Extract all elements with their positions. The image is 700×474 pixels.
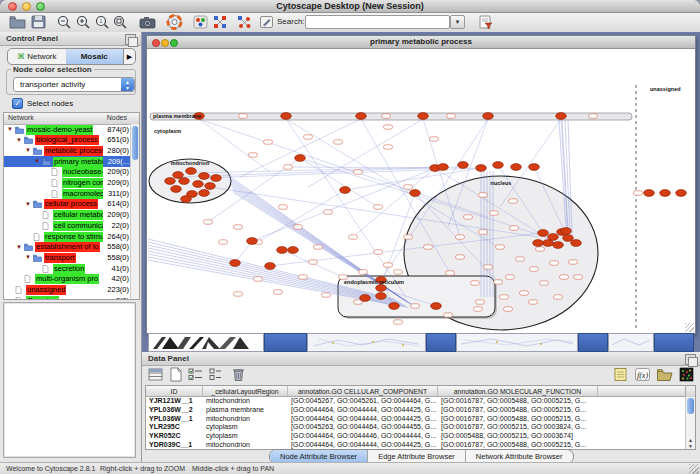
small-node[interactable] xyxy=(394,320,403,324)
small-node[interactable] xyxy=(569,260,578,264)
node[interactable] xyxy=(356,113,367,120)
tree-scrollbar[interactable] xyxy=(130,124,139,299)
zoom-actual-icon[interactable]: 1 xyxy=(94,14,111,30)
node[interactable] xyxy=(543,240,554,247)
small-node[interactable] xyxy=(574,275,583,279)
node[interactable] xyxy=(660,190,671,197)
tab-network[interactable]: ⌘ Network xyxy=(8,49,66,64)
tree-expander-icon[interactable]: ▼ xyxy=(34,158,40,164)
tree-row-nitrogen-compo[interactable]: nitrogen compo209(0) xyxy=(4,178,139,189)
node[interactable] xyxy=(410,190,421,197)
small-node[interactable] xyxy=(540,281,549,285)
tree-row-secretion[interactable]: secretion41(0) xyxy=(4,263,139,274)
small-node[interactable] xyxy=(284,165,293,169)
network-canvas[interactable]: plasma membranecytoplasmmitochondrionnuc… xyxy=(148,49,694,333)
small-node[interactable] xyxy=(234,225,243,229)
delete-attribute-trash-icon[interactable] xyxy=(230,366,247,383)
small-node[interactable] xyxy=(384,125,393,129)
node[interactable] xyxy=(171,186,182,193)
node[interactable] xyxy=(511,164,522,171)
node[interactable] xyxy=(186,168,197,175)
small-node[interactable] xyxy=(314,245,323,249)
node[interactable] xyxy=(376,285,387,292)
tree-row-cell-communicat[interactable]: cell communicat22(0) xyxy=(4,220,139,231)
small-node[interactable] xyxy=(520,291,529,295)
small-node[interactable] xyxy=(456,235,465,239)
tree-row-cellular-process[interactable]: ▼cellular process614(0) xyxy=(4,199,139,210)
background-window-thumbnail[interactable] xyxy=(608,333,654,352)
node[interactable] xyxy=(553,242,564,249)
tree-expander-icon[interactable]: ▼ xyxy=(16,244,22,250)
column-header-region[interactable]: _cellularLayoutRegion xyxy=(203,386,288,397)
background-window-overview[interactable] xyxy=(148,333,264,352)
node[interactable] xyxy=(181,196,192,203)
node[interactable] xyxy=(295,155,306,162)
background-window-titlebar[interactable] xyxy=(426,333,456,352)
small-node[interactable] xyxy=(322,293,331,297)
select-attributes-icon[interactable] xyxy=(187,366,204,383)
node[interactable] xyxy=(556,113,567,120)
search-dropdown-arrow-icon[interactable]: ▼ xyxy=(450,15,465,29)
small-node[interactable] xyxy=(264,140,273,144)
tree-expander-icon[interactable]: ▼ xyxy=(25,201,31,207)
small-node[interactable] xyxy=(516,257,525,261)
apply-filter-icon[interactable] xyxy=(477,14,494,30)
tree-row-multi-organism-pro[interactable]: multi-organism pro42(0) xyxy=(4,274,139,285)
node[interactable] xyxy=(230,260,241,267)
small-node[interactable] xyxy=(509,199,518,203)
background-window-titlebar[interactable] xyxy=(654,333,694,352)
node[interactable] xyxy=(561,228,572,235)
tree-row-nucleobase-[interactable]: nucleobase-209(0) xyxy=(4,167,139,178)
node-color-dropdown[interactable]: transporter activity ▲▼ xyxy=(13,77,135,92)
small-node[interactable] xyxy=(384,263,393,267)
frame-resize-grip[interactable] xyxy=(685,323,694,332)
small-node[interactable] xyxy=(476,300,485,304)
small-node[interactable] xyxy=(447,114,456,118)
small-node[interactable] xyxy=(456,255,465,259)
table-row-ykr052c[interactable]: YKR052Ccytoplasm[GO:0044464, GO:0044446,… xyxy=(146,432,695,441)
zoom-fit-icon[interactable] xyxy=(112,14,129,30)
tree-row-mosaic-demo-yeast[interactable]: ▼mosaic-demo-yeast874(0) xyxy=(4,124,139,135)
table-scrollbar-thumb[interactable] xyxy=(687,398,694,414)
node[interactable] xyxy=(211,175,222,182)
tree-row-biological-process[interactable]: ▼biological_process651(0) xyxy=(4,135,139,146)
node[interactable] xyxy=(529,164,540,171)
vizmapper-icon[interactable] xyxy=(192,14,209,30)
small-node[interactable] xyxy=(536,247,545,251)
column-header-cellular-component[interactable]: annotation.GO CELLULAR_COMPONENT xyxy=(288,386,438,397)
small-node[interactable] xyxy=(219,240,228,244)
new-attribute-icon[interactable] xyxy=(167,366,184,383)
table-row-ylr295c[interactable]: YLR295Ccytoplasm[GO:0045263, GO:0044464,… xyxy=(146,423,695,432)
small-node[interactable] xyxy=(500,295,509,299)
column-header-molecular-function[interactable]: annotation.GO MOLECULAR_FUNCTION xyxy=(438,386,598,397)
small-node[interactable] xyxy=(359,270,368,274)
small-node[interactable] xyxy=(239,114,248,118)
save-icon[interactable] xyxy=(30,14,47,30)
small-node[interactable] xyxy=(479,193,488,197)
float-panel-icon[interactable] xyxy=(685,354,696,365)
node[interactable] xyxy=(389,303,400,310)
node[interactable] xyxy=(418,113,429,120)
small-node[interactable] xyxy=(324,210,333,214)
small-node[interactable] xyxy=(424,245,433,249)
small-node[interactable] xyxy=(530,267,539,271)
small-node[interactable] xyxy=(589,114,598,118)
small-node[interactable] xyxy=(634,191,643,195)
small-node[interactable] xyxy=(444,313,453,317)
small-node[interactable] xyxy=(394,270,403,274)
node[interactable] xyxy=(458,162,469,169)
small-node[interactable] xyxy=(354,170,363,174)
birds-eye-view[interactable] xyxy=(3,302,136,458)
small-node[interactable] xyxy=(234,292,243,296)
attribute-matrix-icon[interactable] xyxy=(678,366,695,383)
import-attributes-folder-icon[interactable] xyxy=(656,366,673,383)
tree-row-metabolic-process[interactable]: ▼metabolic process280(0) xyxy=(4,145,139,156)
tree-row-primary-metabo[interactable]: ▼primary metabo209(... xyxy=(4,156,139,167)
node[interactable] xyxy=(165,178,176,185)
table-scrollbar[interactable]: ▲▼ xyxy=(685,397,695,449)
small-node[interactable] xyxy=(279,205,288,209)
small-node[interactable] xyxy=(374,250,383,254)
small-node[interactable] xyxy=(299,275,308,279)
small-node[interactable] xyxy=(490,211,499,215)
small-node[interactable] xyxy=(560,275,569,279)
